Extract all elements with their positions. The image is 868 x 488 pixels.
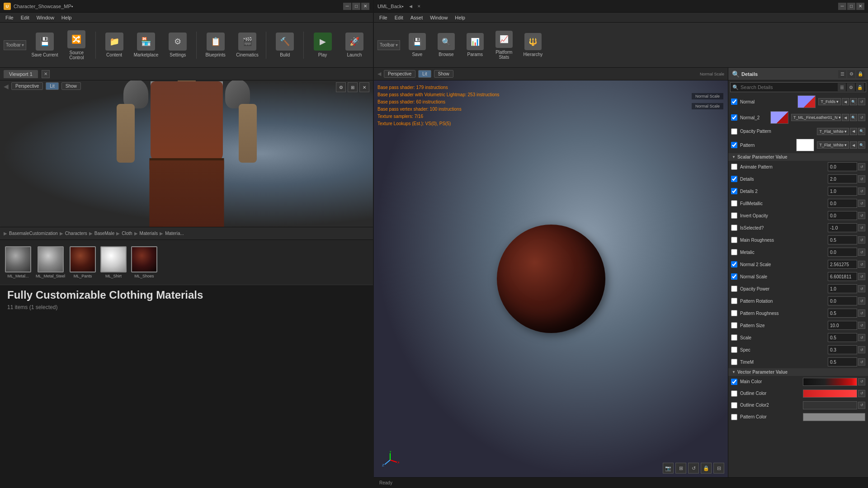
outline-color2-swatch[interactable] (803, 401, 858, 409)
right-menu-help[interactable]: Help (452, 14, 468, 21)
right-minimize-btn[interactable]: ─ (838, 3, 846, 10)
scalar-checkbox-11[interactable] (731, 298, 737, 304)
scalar-input-6[interactable] (828, 235, 857, 244)
scalar-checkbox-15[interactable] (731, 347, 737, 353)
normal-nav-btn[interactable]: ◀ (842, 98, 849, 105)
right-perspective-nav[interactable]: ◀ (377, 71, 381, 77)
scalar-checkbox-6[interactable] (731, 237, 737, 243)
details-search-input[interactable] (741, 84, 838, 90)
scalar-reset-4[interactable]: ↺ (858, 212, 865, 219)
breadcrumb-item-5[interactable]: Materials (140, 231, 158, 236)
scalar-input-7[interactable] (828, 248, 857, 257)
scalar-reset-2[interactable]: ↺ (858, 188, 865, 195)
scalar-checkbox-16[interactable] (731, 359, 737, 365)
scalar-reset-6[interactable]: ↺ (858, 236, 865, 244)
scalar-checkbox-4[interactable] (731, 212, 737, 219)
right-perspective-btn[interactable]: Perspective (384, 70, 415, 78)
opacity-pattern-nav-btn[interactable]: ◀ (850, 128, 857, 135)
pattern-color-swatch[interactable] (803, 413, 866, 421)
toolbar-cinematics[interactable]: 🎬 Cinematics (232, 26, 262, 64)
right-toolbar-save[interactable]: 💾 Save (404, 26, 431, 64)
asset-thumb-2[interactable]: ML_Pants (68, 245, 97, 280)
scalar-input-5[interactable] (828, 223, 857, 232)
right-close-tab-btn[interactable]: ✕ (415, 3, 423, 9)
right-menu-window[interactable]: Window (427, 14, 450, 21)
right-toolbar-dropdown[interactable]: ▾ (396, 42, 398, 47)
scalar-input-11[interactable] (828, 296, 857, 305)
scalar-reset-11[interactable]: ↺ (858, 297, 865, 305)
scalar-input-4[interactable] (828, 211, 857, 220)
scalar-params-header[interactable]: ▼ Scalar Parameter Value (728, 153, 868, 161)
right-toolbar-params[interactable]: 📊 Params (462, 26, 489, 64)
normal-texture-preview[interactable] (797, 95, 816, 108)
search-settings-btn[interactable]: ⚙ (847, 83, 855, 91)
breadcrumb-item-1[interactable]: BasemaleCustomization (9, 231, 58, 236)
details-view-btn[interactable]: ☰ (838, 70, 846, 78)
pattern-checkbox[interactable] (731, 142, 737, 148)
close-btn[interactable]: ✕ (361, 3, 369, 10)
details-filter-btn[interactable]: ⚙ (847, 70, 855, 78)
pattern-texture-preview[interactable] (796, 139, 814, 151)
toolbar-content[interactable]: 📁 Content (99, 26, 129, 64)
normal-dropdown[interactable]: T_Folds ▾ (818, 98, 841, 105)
toolbar-save[interactable]: 💾 Save Current (30, 26, 60, 64)
asset-thumb-4[interactable]: ML_Shoes (130, 245, 159, 280)
normal2-nav-btn[interactable]: ◀ (842, 114, 849, 121)
right-maximize-btn[interactable]: □ (847, 3, 855, 10)
normal2-pick-btn[interactable]: 🔍 (850, 114, 857, 121)
pattern-nav-btn[interactable]: ◀ (850, 141, 857, 149)
scalar-checkbox-14[interactable] (731, 334, 737, 341)
scalar-reset-16[interactable]: ↺ (858, 358, 865, 366)
asset-thumb-3[interactable]: ML_Shirt (99, 245, 128, 280)
scalar-input-2[interactable] (828, 187, 857, 196)
scalar-reset-7[interactable]: ↺ (858, 249, 865, 256)
normal2-dropdown[interactable]: T_ML_FineLeather01_N ▾ (791, 114, 841, 121)
scalar-checkbox-2[interactable] (731, 188, 737, 194)
menu-file[interactable]: File (3, 14, 16, 21)
outline-color-reset-btn[interactable]: ↺ (858, 390, 865, 397)
right-toolbar-platform-stats[interactable]: 📈 Platform Stats (491, 26, 518, 64)
scalar-input-15[interactable] (828, 345, 857, 354)
scalar-reset-0[interactable]: ↺ (858, 163, 865, 170)
scalar-checkbox-3[interactable] (731, 200, 737, 206)
scalar-input-0[interactable] (828, 162, 857, 171)
scalar-input-8[interactable] (828, 260, 857, 269)
asset-thumb-1[interactable]: ML_Metal_Steel (34, 245, 66, 280)
pattern-color-checkbox[interactable] (731, 414, 737, 420)
vp-maximize-btn[interactable]: ⊟ (713, 463, 724, 474)
scalar-checkbox-7[interactable] (731, 249, 737, 255)
outline-color2-checkbox[interactable] (731, 402, 737, 408)
toolbar-launch[interactable]: 🚀 Launch (340, 26, 369, 64)
vp-reset-btn[interactable]: ↺ (688, 463, 699, 474)
normal-reset-btn[interactable]: ↺ (858, 98, 865, 105)
outline-color-swatch[interactable] (803, 389, 858, 398)
details-lock-btn[interactable]: 🔒 (856, 70, 864, 78)
pattern-pick-btn[interactable]: 🔍 (858, 141, 865, 149)
right-close-btn[interactable]: ✕ (856, 3, 864, 10)
search-go-btn[interactable]: ☰ (838, 83, 846, 91)
scalar-checkbox-5[interactable] (731, 225, 737, 231)
scalar-reset-3[interactable]: ↺ (858, 200, 865, 207)
toolbar-source-control[interactable]: 🔀 Source Control (61, 26, 91, 64)
toolbar-blueprints[interactable]: 📋 Blueprints (200, 26, 230, 64)
scalar-reset-1[interactable]: ↺ (858, 175, 865, 183)
maximize-btn[interactable]: □ (352, 3, 360, 10)
normal2-checkbox[interactable] (731, 114, 737, 121)
main-color-swatch[interactable] (803, 378, 858, 386)
right-menu-edit[interactable]: Edit (392, 14, 406, 21)
opacity-pattern-pick-btn[interactable]: 🔍 (858, 128, 865, 135)
scalar-checkbox-13[interactable] (731, 322, 737, 328)
vp-lock-btn[interactable]: 🔒 (701, 463, 712, 474)
vp-camera-btn[interactable]: 📷 (663, 463, 674, 474)
main-color-reset-btn[interactable]: ↺ (858, 378, 865, 385)
breadcrumb-item-6[interactable]: Materia... (165, 231, 184, 236)
scalar-reset-9[interactable]: ↺ (858, 273, 865, 280)
right-lit-btn[interactable]: Lit (418, 70, 431, 78)
scalar-reset-13[interactable]: ↺ (858, 322, 865, 329)
scalar-input-9[interactable] (828, 272, 857, 281)
scalar-input-16[interactable] (828, 357, 857, 366)
pattern-dropdown[interactable]: T_Flat_White ▾ (817, 141, 849, 149)
normal2-texture-preview[interactable] (770, 111, 788, 124)
toolbar-play[interactable]: ▶ Play (307, 26, 337, 64)
scalar-reset-10[interactable]: ↺ (858, 285, 865, 292)
